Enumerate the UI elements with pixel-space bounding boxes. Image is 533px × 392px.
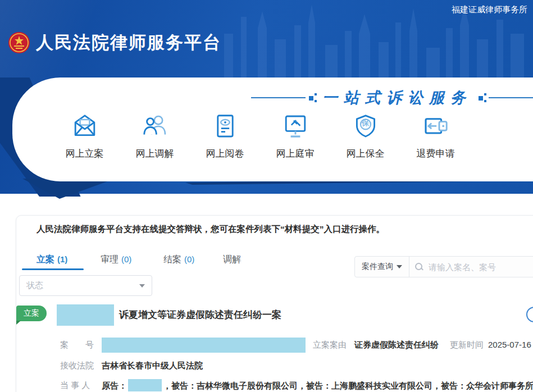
tab-trial[interactable]: 审理(0) [101, 254, 131, 266]
search-field-wrap [409, 257, 533, 277]
page-title: 人民法院律师服务平台 [36, 31, 221, 54]
monitor-gavel-icon [282, 113, 309, 140]
service-online-mediation[interactable]: 网上调解 [120, 110, 190, 160]
service-label: 网上立案 [49, 147, 120, 160]
notice-text: 人民法院律师服务平台支持在线提交答辩状，您可在案件列表下“材料提交”入口进行操作… [37, 224, 385, 235]
open-envelope-icon [71, 113, 98, 140]
people-icon [142, 113, 168, 140]
tab-count: (0) [184, 254, 194, 264]
plaintiff-prefix: 原告： [102, 381, 127, 390]
tab-filing[interactable]: 立案(1) [37, 254, 67, 266]
caret-down-icon [139, 284, 145, 288]
service-online-preservation[interactable]: 保 网上保全 [330, 110, 400, 160]
wallet-refund-icon [422, 113, 449, 140]
service-label: 网上阅卷 [190, 147, 260, 160]
redacted-plaintiff-short [128, 379, 162, 391]
document-eye-icon [212, 113, 239, 140]
updated-value: 2025-07-16 [488, 340, 531, 349]
case-query-dropdown[interactable]: 案件查询 [355, 257, 409, 277]
parties-value: 原告：，被告：吉林华微电子股份有限公司，被告：上海鹏盛科技实业有限公司，被告：众… [102, 379, 533, 391]
service-online-file-review[interactable]: 网上阅卷 [190, 110, 260, 160]
platform-brand: 人民法院律师服务平台 [8, 31, 221, 54]
service-label: 网上调解 [120, 147, 190, 160]
law-firm-name[interactable]: 福建证威律师事务所 [452, 4, 527, 15]
page: 福建证威律师事务所 人民法院律师服务平台 一站式诉讼服务 [0, 0, 533, 392]
slogan-text: 一站式诉讼服务 [322, 88, 472, 108]
search-icon [415, 263, 423, 271]
cause-label: 立案案由 [313, 340, 347, 350]
shield-bao-character: 保 [330, 118, 400, 128]
service-label: 网上庭审 [260, 147, 330, 160]
service-menu: 网上立案 网上调解 网上阅卷 [49, 110, 471, 160]
case-search-group: 案件查询 [354, 256, 533, 277]
redacted-case-number [102, 338, 306, 353]
service-label: 网上保全 [330, 147, 400, 160]
slogan-square-decor-right [477, 93, 486, 102]
tab-count: (0) [121, 254, 131, 264]
redacted-plaintiff-name [57, 304, 114, 326]
services-banner-card: 一站式诉讼服务 网上立案 [12, 78, 533, 181]
cause-value: 证券虚假陈述责任纠纷 [354, 340, 439, 350]
service-label: 退费申请 [400, 147, 471, 160]
slogan-square-decor-left [308, 93, 317, 102]
tab-mediation[interactable]: 调解 [223, 254, 244, 266]
receiving-court-value: 吉林省长春市中级人民法院 [102, 361, 203, 371]
status-filter-select[interactable]: 状态 [19, 275, 152, 296]
tab-count: (1) [57, 254, 67, 264]
slogan-line-right [489, 97, 533, 98]
case-title[interactable]: 诉夏增文等证券虚假陈述责任纠纷一案 [119, 308, 281, 321]
slogan-row: 一站式诉讼服务 [251, 86, 533, 110]
court-emblem-logo [8, 31, 30, 54]
receiving-court-label: 接收法院 [60, 361, 94, 371]
case-search-input[interactable] [427, 262, 533, 272]
updated-label: 更新时间 [450, 340, 484, 350]
active-tab-underline [22, 268, 84, 270]
case-list-card: 人民法院律师服务平台支持在线提交答辩状，您可在案件列表下“材料提交”入口进行操作… [16, 215, 533, 392]
service-refund-application[interactable]: 退费申请 [400, 110, 471, 160]
case-status-badge: 立案 [16, 306, 47, 321]
tab-closed[interactable]: 结案(0) [163, 254, 194, 266]
slogan-line-left [251, 97, 306, 98]
parties-label: 当 事 人 [60, 380, 90, 391]
case-number-label: 案 号 [60, 340, 94, 350]
defendants-text: ，被告：吉林华微电子股份有限公司，被告：上海鹏盛科技实业有限公司，被告：众华会计… [163, 381, 533, 390]
service-online-trial[interactable]: 网上庭审 [260, 110, 330, 160]
caret-down-icon [397, 265, 402, 268]
case-expand-button[interactable] [526, 307, 533, 322]
service-online-filing[interactable]: 网上立案 [49, 110, 120, 160]
